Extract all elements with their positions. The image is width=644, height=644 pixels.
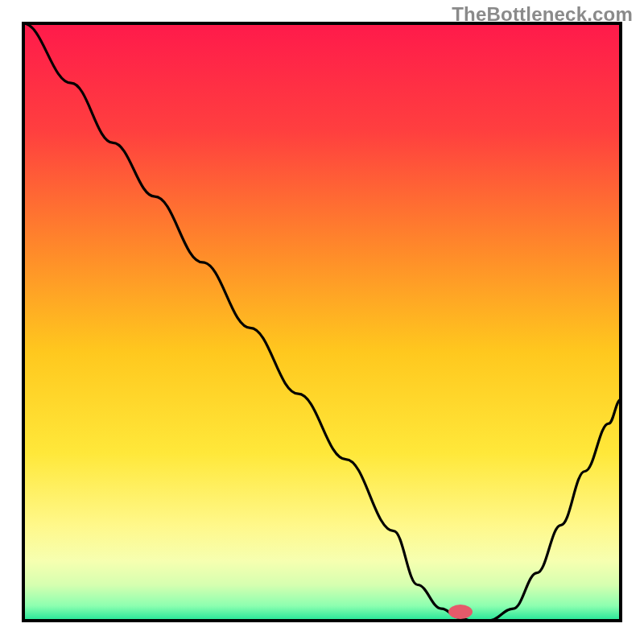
gradient-background <box>23 23 621 621</box>
optimum-marker <box>448 605 473 619</box>
chart-stage: TheBottleneck.com <box>0 0 644 644</box>
bottleneck-chart <box>0 0 644 644</box>
watermark-text: TheBottleneck.com <box>452 3 633 26</box>
